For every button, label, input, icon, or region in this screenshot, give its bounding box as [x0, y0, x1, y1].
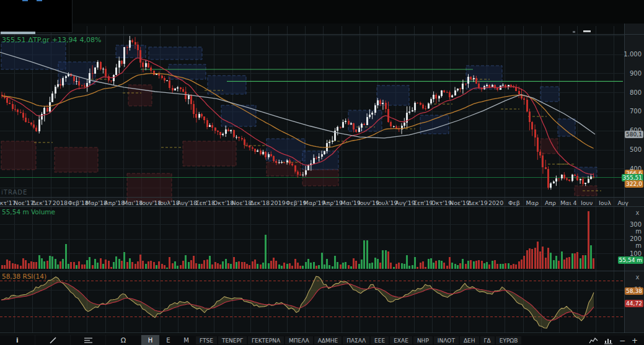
menu-scrollbar[interactable] [1, 32, 35, 34]
price-tick: 900 [623, 70, 642, 77]
scroll-dot [573, 31, 575, 33]
ticker-buttons: FTSEΤΕΝΕΡΓΓΕΚΤΕΡΝΑΜΠΕΛΑΑΔΜΗΕΠΑΣΑΛΕΕΕΕΧΑΕ… [195, 336, 522, 344]
price-tick: 700 [623, 108, 642, 115]
date-tick: Απρ'18 [104, 199, 125, 206]
trading-terminal: 355,51ΔTP.gr+13,944,08% iTRADE 55,54 m V… [0, 0, 644, 345]
price-badge: 580,1 [625, 131, 643, 138]
ticker-button[interactable]: FTSE [196, 336, 217, 344]
ticker-button[interactable]: ΓΔ [480, 336, 495, 344]
symbol-label: ΔTP.gr [29, 36, 50, 44]
date-tick: Νοε'18 [232, 199, 252, 206]
timeframe-tabs: ΗΕΜ [141, 335, 195, 345]
date-tick: Ιουν [581, 199, 593, 206]
change-percent: 4,08% [79, 36, 101, 44]
ticker-button[interactable]: ΕΥΡΩΒ [496, 336, 522, 344]
zoom-in-icon[interactable]: + [632, 336, 638, 345]
ticker-button[interactable]: ΠΑΣΑΛ [343, 336, 369, 344]
ticker-button[interactable]: ΑΔΜΗΕ [314, 336, 342, 344]
ticker-button[interactable]: ΕΧΑΕ [390, 336, 412, 344]
scroll-thumb[interactable] [583, 30, 591, 32]
date-tick: Φεβ [508, 199, 520, 206]
date-tick: Ιουλ [599, 199, 611, 206]
date-tick: Οκτ'18 [213, 199, 234, 206]
zoom-out-icon[interactable]: − [619, 336, 625, 345]
volume-legend: 55,54 m Volume [2, 208, 55, 216]
bottom-toolbar: i Ω ΗΕΜ FTSEΤΕΝΕΡΓΓΕΚΤΕΡΝΑΜΠΕΛΑΑΔΜΗΕΠΑΣΑ… [0, 334, 644, 345]
date-tick: Δεκ'18 [250, 199, 270, 206]
date-tick: Ιουλ'19 [376, 199, 397, 206]
date-tick: Αυγ'18 [177, 199, 197, 206]
date-tick: Νοε'17 [14, 199, 34, 206]
ticker-button[interactable]: ΤΕΝΕΡΓ [218, 336, 247, 344]
draw-icon[interactable] [35, 335, 71, 345]
rsi-badge: 44,72 [625, 300, 643, 307]
window-mark-icon [37, 0, 42, 1]
date-tick: 2020 [488, 199, 503, 206]
volume-tick: 200 m [623, 235, 642, 249]
main-legend: 355,51ΔTP.gr+13,944,08% [2, 36, 104, 44]
tab-Μ[interactable]: Μ [177, 335, 195, 345]
last-price: 355,51 [2, 36, 26, 44]
date-tick: Δεκ'19 [468, 199, 488, 206]
ticker-button[interactable]: ΓΕΚΤΕΡΝΑ [248, 336, 284, 344]
date-tick: Σεπ'18 [196, 199, 216, 206]
date-tick: Δεκ'17 [32, 199, 52, 206]
date-tick: Απρ'19 [322, 199, 343, 206]
price-tick: 500 [623, 146, 642, 153]
window-mark-icon [22, 0, 28, 1]
date-tick: Αυγ'19 [395, 199, 415, 206]
date-tick: Απρ [545, 199, 556, 206]
ticker-button[interactable]: ΝΗΡ [413, 336, 433, 344]
price-tick: 800 [623, 89, 642, 96]
date-tick: 2019 [270, 199, 285, 206]
info-icon[interactable]: i [0, 335, 35, 345]
list-icon[interactable] [71, 335, 106, 345]
price-badge: 322,0 [625, 180, 643, 188]
rsi-pane-close-icon[interactable]: x [634, 274, 641, 281]
date-tick: Νοε'19 [449, 199, 470, 206]
volume-tick: 300 m [623, 221, 642, 235]
line-chart-icon[interactable] [589, 337, 598, 344]
rsi-legend: 58,38 RSI(14) [2, 273, 46, 280]
tab-Ε[interactable]: Ε [159, 335, 177, 345]
date-tick: Ιουλ'18 [158, 199, 179, 206]
price-chart-canvas[interactable] [0, 0, 644, 334]
itrade-watermark: iTRADE [1, 189, 27, 196]
date-tick: Οκτ'19 [431, 199, 452, 206]
date-tick: Σεπ'19 [413, 199, 433, 206]
change-value: +13,94 [52, 36, 77, 44]
ticker-button[interactable]: ΔΕΗ [460, 336, 479, 344]
volume-pane-close-icon[interactable]: x [634, 210, 641, 217]
date-tick: 2018 [53, 199, 68, 206]
ticker-button[interactable]: ΜΠΕΛΑ [285, 336, 313, 344]
ticker-button[interactable]: ΙΝΛΟΤ [434, 336, 459, 344]
ticker-button[interactable]: ΕΕΕ [371, 336, 389, 344]
date-tick: Αυγ [617, 199, 629, 206]
price-tick: 1.000 [623, 51, 642, 58]
omega-icon[interactable]: Ω [106, 335, 141, 345]
open-menu-overlay[interactable] [0, 0, 73, 33]
volume-badge: 55,54 m [618, 256, 643, 264]
date-tick: Μαρ [526, 199, 539, 206]
bar-chart-icon[interactable] [604, 337, 613, 344]
rsi-badge: 58,38 [625, 287, 643, 295]
date-tick: Μαι 4 [560, 199, 577, 206]
chart-type-controls: − + [589, 336, 644, 345]
tab-Η[interactable]: Η [141, 335, 159, 345]
